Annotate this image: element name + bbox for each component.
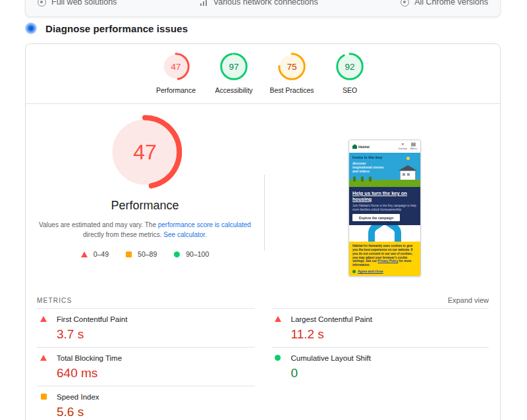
heart-icon: ♥ [402, 143, 404, 146]
legend-range: 50–89 [138, 250, 157, 258]
score-legend: 0–49 50–89 90–100 [26, 250, 264, 258]
gauge-score: 97 [220, 53, 248, 80]
thumb-house-roof [399, 165, 417, 171]
feature-item-network: Various network connections [200, 0, 318, 7]
gauge-best-practices[interactable]: 75 Best Practices [263, 53, 321, 94]
performance-summary: 47 Performance Values are estimated and … [26, 103, 264, 258]
metric-label: First Contentful Paint [57, 315, 127, 323]
description-text: Values are estimated and may vary. The [39, 221, 158, 228]
gauge-score: 47 [162, 53, 190, 80]
thumb-agree-row: Agree and close [352, 269, 417, 273]
metric-value: 11.2 s [291, 327, 489, 342]
feature-label: Various network connections [213, 0, 318, 7]
gauge-score: 75 [278, 53, 306, 80]
vertical-divider [264, 174, 265, 251]
legend-range: 90–100 [186, 250, 209, 258]
category-gauges: 47 Performance 97 Accessibility 75 Best … [26, 53, 500, 94]
metric-label: Cumulative Layout Shift [291, 354, 371, 362]
metrics-header: METRICS Expand view [37, 296, 489, 304]
thumb-cookie-banner: Habitat for Humanity uses cookies to giv… [349, 242, 420, 276]
section-title: Diagnose performance issues [45, 23, 188, 34]
hamburger-menu-icon [411, 143, 416, 146]
insights-icon [25, 22, 37, 34]
thumb-site-header: Habitat ♥ Donate Menu [349, 140, 420, 153]
thumb-hero-tagline: home is the key [352, 155, 382, 159]
pass-circle-icon [174, 251, 180, 257]
legend-range: 0–49 [94, 250, 109, 258]
feature-item-chrome: All Chrome versions [401, 0, 488, 7]
gauge-seo[interactable]: 92 SEO [321, 53, 379, 94]
thumb-window [402, 173, 405, 176]
thumb-campaign: Help us turn the key on housing Join Hab… [349, 187, 420, 225]
metric-value: 5.6 s [57, 404, 255, 420]
expand-view-link[interactable]: Expand view [448, 296, 489, 304]
gauge-label: SEO [343, 86, 357, 94]
thumb-explore-button: Explore the campaign [352, 214, 400, 221]
tree-icon [353, 176, 356, 182]
fail-triangle-icon [81, 251, 88, 257]
gauge-score: 47 [107, 115, 182, 190]
average-square-icon [41, 394, 47, 400]
metric-lcp: Largest Contentful Paint 11.2 s [271, 308, 489, 347]
gauge-accessibility[interactable]: 97 Accessibility [205, 53, 263, 94]
legend-item-average: 50–89 [126, 250, 157, 258]
thumb-site-logo: Habitat [352, 144, 370, 149]
gauge-score: 92 [336, 53, 364, 80]
thumb-campaign-body: Join Habitat's Home is the Key campaign … [352, 204, 417, 211]
metric-value: 640 ms [57, 365, 255, 381]
average-square-icon [126, 251, 132, 257]
gauge-dial: 75 [278, 53, 306, 80]
habitat-arch-logo [363, 225, 406, 242]
metrics-section-label: METRICS [37, 297, 72, 304]
habitat-house-icon [352, 144, 357, 149]
feature-strip: Full web solutions Various network conne… [25, 0, 501, 17]
see-calculator-link[interactable]: See calculator. [163, 231, 207, 238]
metric-value: 3.7 s [57, 327, 255, 342]
legend-item-fail: 0–49 [81, 250, 109, 258]
privacy-policy-link: Privacy Policy [377, 259, 398, 263]
thumb-grass [349, 180, 420, 187]
metric-label: Largest Contentful Paint [291, 315, 372, 323]
sun-icon [406, 157, 410, 160]
gauge-label: Accessibility [215, 86, 252, 94]
thumb-hero: home is the key discover inspirational s… [349, 153, 420, 187]
gauge-label: Best Practices [269, 86, 314, 94]
thumb-header-actions: ♥ Donate Menu [399, 143, 417, 150]
score-calculated-link[interactable]: performance score is calculated [158, 221, 251, 228]
performance-score-gauge: 47 [107, 115, 182, 190]
metric-label: Total Blocking Time [57, 354, 122, 362]
thumb-menu: Menu [410, 143, 417, 150]
pass-circle-icon [275, 355, 281, 361]
thumb-donate-label: Donate [399, 147, 407, 150]
metric-cls: Cumulative Layout Shift 0 [271, 347, 489, 386]
feature-label: Full web solutions [51, 0, 117, 7]
legend-item-pass: 90–100 [174, 250, 209, 258]
fail-triangle-icon [40, 316, 47, 322]
performance-description: Values are estimated and may vary. The p… [26, 220, 264, 240]
description-text: directly from these metrics. [83, 231, 163, 238]
section-heading: Diagnose performance issues [25, 22, 188, 34]
gauge-label: Performance [156, 86, 196, 94]
thumb-donate: ♥ Donate [399, 143, 407, 150]
feature-label: All Chrome versions [414, 0, 488, 7]
metric-tbt: Total Blocking Time 640 ms [37, 347, 255, 386]
gauge-dial: 47 [162, 53, 190, 80]
metric-si: Speed Index 5.6 s [37, 386, 255, 420]
final-screenshot-thumbnail[interactable]: Habitat ♥ Donate Menu home is the key di… [348, 140, 421, 276]
tree-icon [369, 176, 372, 182]
fail-triangle-icon [275, 316, 281, 322]
gauge-dial: 97 [220, 53, 248, 80]
thumb-campaign-heading: Help us turn the key on housing [352, 190, 417, 202]
thumb-logo-text: Habitat [358, 145, 370, 149]
thumb-cookie-text: Habitat for Humanity uses cookies to giv… [352, 244, 417, 267]
check-icon [352, 270, 356, 273]
thumb-logo-band [349, 225, 420, 242]
thumb-hero-subtitle: discover inspirational stories and video… [352, 161, 385, 173]
metric-value: 0 [291, 365, 489, 381]
agree-close-link: Agree and close [358, 269, 383, 273]
chrome-icon [401, 0, 409, 7]
gauge-performance[interactable]: 47 Performance [147, 53, 205, 94]
metric-fcp: First Contentful Paint 3.7 s [37, 308, 255, 347]
metric-label: Speed Index [57, 393, 99, 401]
fail-triangle-icon [40, 355, 47, 361]
